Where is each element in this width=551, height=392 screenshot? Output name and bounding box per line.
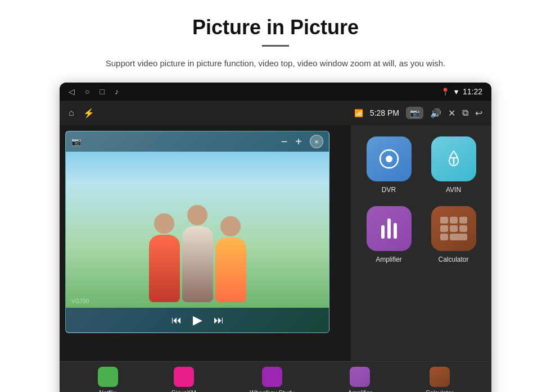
amplifier-icon — [367, 206, 412, 251]
watermark: VG700 — [71, 298, 89, 304]
device-frame: ◁ ○ □ ♪ 📍 ▾ 11:22 ⌂ ⚡ 📶 5:28 PM 📷 🔊 — [60, 83, 491, 392]
pip-camera-icon: 📷 — [71, 137, 81, 146]
pip-play-button[interactable]: ▶ — [193, 313, 202, 327]
usb-icon[interactable]: ⚡ — [83, 108, 94, 118]
bottom-app-row: Netflix SiriusXM Wheelkey Study Amplifie… — [60, 361, 491, 392]
bottom-item-siriusxm[interactable]: SiriusXM — [171, 367, 196, 393]
amplifier-label-bottom: Amplifier — [348, 389, 372, 393]
location-icon: 📍 — [441, 88, 450, 96]
app-cell-avin[interactable]: AVIN — [421, 131, 486, 200]
bottom-item-calculator[interactable]: Calculator — [426, 367, 454, 393]
pip-controls: − + × — [281, 135, 323, 148]
bottom-item-netflix[interactable]: Netflix — [98, 367, 118, 393]
back-nav-icon[interactable]: ◁ — [69, 87, 75, 96]
svg-point-1 — [386, 156, 392, 162]
app-cell-dvr[interactable]: DVR — [356, 131, 421, 200]
video-scene — [66, 152, 329, 308]
calculator-icon — [431, 206, 476, 251]
page-title: Picture in Picture — [192, 16, 359, 39]
calculator-icon-small — [430, 367, 450, 387]
status-time: 11:22 — [463, 87, 482, 96]
people-silhouette — [149, 205, 246, 308]
app-cell-amplifier[interactable]: Amplifier — [356, 200, 421, 270]
camera-icon[interactable]: 📷 — [406, 107, 423, 119]
person-3 — [215, 216, 246, 302]
top-toolbar: ⌂ ⚡ 📶 5:28 PM 📷 🔊 ✕ ⧉ ↩ — [60, 101, 491, 125]
wheelkey-icon-small — [262, 367, 282, 387]
pip-icon[interactable]: ⧉ — [462, 108, 468, 118]
avin-label: AVIN — [446, 186, 461, 194]
page-wrapper: Picture in Picture Support video picture… — [0, 0, 551, 392]
app-grid-right: DVR AVIN — [351, 125, 491, 361]
status-bar: ◁ ○ □ ♪ 📍 ▾ 11:22 — [60, 83, 491, 101]
calculator-label: Calculator — [438, 256, 468, 263]
dvr-label: DVR — [382, 186, 396, 194]
app-cell-calculator[interactable]: Calculator — [421, 200, 486, 270]
person-2 — [182, 205, 213, 302]
back-icon[interactable]: ↩ — [475, 108, 482, 118]
avin-icon — [431, 136, 476, 181]
volume-icon[interactable]: 🔊 — [430, 108, 441, 118]
pip-plus-button[interactable]: + — [295, 135, 302, 148]
person-1 — [149, 213, 180, 302]
status-bar-left: ◁ ○ □ ♪ — [69, 87, 119, 96]
toolbar-time: 5:28 PM — [370, 108, 399, 117]
pip-prev-button[interactable]: ⏮ — [171, 314, 182, 326]
netflix-icon-small — [98, 367, 118, 387]
pip-video[interactable]: 📷 − + × — [65, 131, 329, 333]
bottom-item-amplifier[interactable]: Amplifier — [348, 367, 372, 393]
recents-nav-icon[interactable]: □ — [100, 87, 104, 96]
pip-playback-bar: ⏮ ▶ ⏭ — [66, 308, 329, 332]
toolbar-left: ⌂ ⚡ — [69, 108, 94, 118]
main-content: 📷 − + × — [60, 125, 491, 361]
wheelkey-label: Wheelkey Study — [250, 389, 294, 393]
close-icon[interactable]: ✕ — [448, 108, 455, 118]
dvr-icon — [367, 136, 412, 181]
pip-next-button[interactable]: ⏭ — [214, 314, 224, 326]
bottom-item-wheelkey[interactable]: Wheelkey Study — [250, 367, 294, 393]
music-nav-icon[interactable]: ♪ — [115, 87, 119, 96]
amplifier-icon-small — [350, 367, 370, 387]
wifi-toolbar-icon: 📶 — [354, 109, 363, 117]
video-area: 📷 − + × — [60, 125, 351, 361]
pip-top-bar: 📷 − + × — [66, 131, 329, 152]
home-icon[interactable]: ⌂ — [69, 108, 74, 118]
pip-minus-button[interactable]: − — [281, 135, 288, 148]
status-bar-right: 📍 ▾ 11:22 — [441, 87, 482, 96]
title-divider — [262, 45, 289, 47]
page-subtitle: Support video picture in picture functio… — [106, 57, 445, 70]
calculator-label-bottom: Calculator — [426, 389, 454, 393]
pip-close-button[interactable]: × — [310, 135, 323, 148]
siriusxm-label: SiriusXM — [171, 389, 196, 393]
wifi-icon: ▾ — [454, 88, 458, 96]
netflix-label: Netflix — [99, 389, 116, 393]
toolbar-right: 📶 5:28 PM 📷 🔊 ✕ ⧉ ↩ — [354, 107, 482, 119]
home-nav-icon[interactable]: ○ — [85, 87, 89, 96]
amplifier-label: Amplifier — [376, 256, 402, 263]
siriusxm-icon-small — [174, 367, 194, 387]
